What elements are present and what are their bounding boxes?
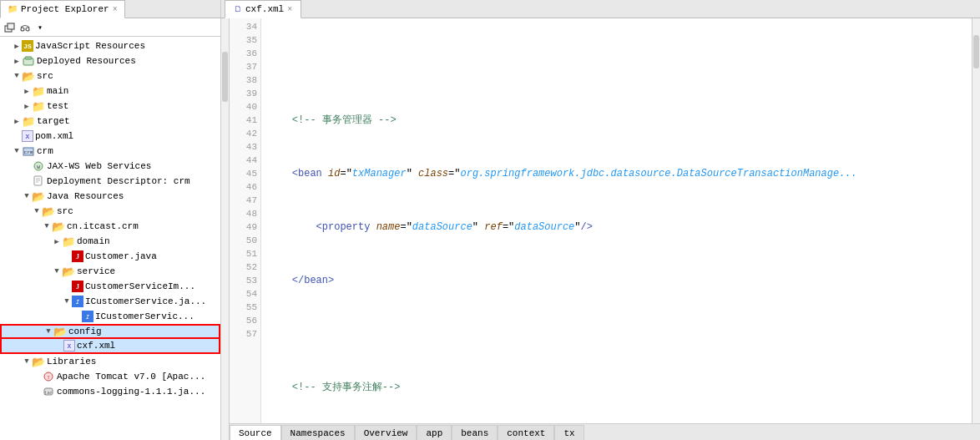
left-panel-scrollbar[interactable] xyxy=(221,18,230,440)
tab-app[interactable]: app xyxy=(417,425,452,440)
deployment-desc-icon xyxy=(32,175,45,187)
toggle-js-resources[interactable]: ▶ xyxy=(12,42,22,51)
tree-item-domain[interactable]: ▶ 📁 domain xyxy=(0,234,220,249)
toggle-main[interactable]: ▶ xyxy=(22,87,32,96)
tree-item-deployment-desc[interactable]: ▶ Deployment Descriptor: crm xyxy=(0,174,220,189)
target-label: target xyxy=(37,116,70,126)
toggle-src[interactable]: ▼ xyxy=(12,72,22,80)
tree-item-icustomer-svc[interactable]: ▼ I ICustomerService.ja... xyxy=(0,294,220,309)
toggle-src2[interactable]: ▼ xyxy=(32,207,42,215)
xml-icon: 🗋 xyxy=(234,4,242,14)
tree-item-commons-logging[interactable]: ▶ jar commons-logging-1.1.1.ja... xyxy=(0,384,220,399)
deployed-resources-label: Deployed Resources xyxy=(37,56,136,66)
tree-item-crm[interactable]: ▼ crm crm xyxy=(0,144,220,159)
project-explorer-close[interactable]: × xyxy=(113,5,118,14)
src-label: src xyxy=(37,71,53,81)
project-explorer-panel: ▾ ▶ JS JavaScript Resources ▶ xyxy=(0,18,221,440)
editor-scrollbar[interactable] xyxy=(972,18,980,423)
service-label: service xyxy=(77,266,115,276)
js-resources-icon: JS xyxy=(22,40,33,52)
src-icon: 📂 xyxy=(22,70,35,82)
libraries-icon: 📂 xyxy=(32,356,45,367)
svg-point-3 xyxy=(26,28,29,31)
svg-point-2 xyxy=(21,28,24,31)
icustomer-svc-icon: I xyxy=(72,296,83,307)
pom-xml-label: pom.xml xyxy=(35,131,73,141)
tree-item-cn-itcast-crm[interactable]: ▼ 📂 cn.itcast.crm xyxy=(0,219,220,234)
tab-namespaces[interactable]: Namespaces xyxy=(281,425,355,440)
tab-beans[interactable]: beans xyxy=(452,425,498,440)
code-line-38: </bean> xyxy=(268,274,965,287)
toggle-target[interactable]: ▶ xyxy=(12,117,22,126)
collapse-all-btn[interactable] xyxy=(3,21,17,34)
tree-item-libraries[interactable]: ▼ 📂 Libraries xyxy=(0,354,220,369)
src2-label: src xyxy=(57,206,73,216)
tree-item-pom-xml[interactable]: ▶ X pom.xml xyxy=(0,129,220,144)
toggle-cn-itcast[interactable]: ▼ xyxy=(42,222,52,230)
commons-logging-icon: jar xyxy=(42,386,55,397)
tree-item-src[interactable]: ▼ 📂 src xyxy=(0,68,220,83)
tab-source[interactable]: Source xyxy=(230,425,281,440)
tree-item-config[interactable]: ▼ 📂 config xyxy=(0,324,220,339)
domain-icon: 📁 xyxy=(62,235,75,247)
project-explorer-tab[interactable]: 📁 Project Explorer × xyxy=(0,0,125,18)
toggle-test[interactable]: ▶ xyxy=(22,102,32,111)
link-editor-btn[interactable] xyxy=(18,21,32,34)
toggle-domain[interactable]: ▶ xyxy=(52,237,62,246)
scrollbar-thumb[interactable] xyxy=(973,35,979,68)
tree-item-js-resources[interactable]: ▶ JS JavaScript Resources xyxy=(0,38,220,53)
tree-item-customer-java[interactable]: ▶ J Customer.java xyxy=(0,249,220,264)
toggle-crm[interactable]: ▼ xyxy=(12,147,22,155)
jaxws-label: JAX-WS Web Services xyxy=(47,161,151,171)
tree-item-src2[interactable]: ▼ 📂 src xyxy=(0,204,220,219)
toggle-icustomer-svc[interactable]: ▼ xyxy=(62,297,72,306)
customer-java-label: Customer.java xyxy=(85,251,157,261)
js-resources-label: JavaScript Resources xyxy=(35,41,145,51)
view-menu-btn[interactable]: ▾ xyxy=(33,21,47,34)
tree-item-service[interactable]: ▼ 📂 service xyxy=(0,264,220,279)
tree-item-deployed-resources[interactable]: ▶ Deployed Resources xyxy=(0,53,220,68)
tree-item-customer-impl[interactable]: ▶ J CustomerServiceIm... xyxy=(0,279,220,294)
tree-item-jax-ws[interactable]: ▶ W JAX-WS Web Services xyxy=(0,159,220,174)
cxf-xml-label: cxf.xml xyxy=(77,341,115,351)
test-icon: 📁 xyxy=(32,100,45,112)
editor-tab-close[interactable]: × xyxy=(287,5,292,14)
toggle-libraries[interactable]: ▼ xyxy=(22,357,32,366)
svg-text:T: T xyxy=(47,375,50,381)
java-resources-icon: 📂 xyxy=(32,190,45,202)
toggle-java-resources[interactable]: ▼ xyxy=(22,192,32,200)
tab-tx[interactable]: tx xyxy=(554,425,583,440)
svg-rect-5 xyxy=(25,57,32,59)
toggle-deployed-resources[interactable]: ▶ xyxy=(12,57,22,66)
tab-context[interactable]: context xyxy=(498,425,554,440)
tab-overview[interactable]: Overview xyxy=(355,425,417,440)
cn-itcast-label: cn.itcast.crm xyxy=(67,221,139,231)
code-line-34 xyxy=(268,60,965,73)
config-icon: 📂 xyxy=(53,326,67,337)
code-line-35: <!-- 事务管理器 --> xyxy=(268,114,965,127)
tree-item-tomcat[interactable]: ▶ T Apache Tomcat v7.0 [Apac... xyxy=(0,369,220,384)
libraries-label: Libraries xyxy=(47,357,96,367)
customer-impl-icon: J xyxy=(72,281,83,292)
editor-panel: 3435363738 3940414243 4445464748 4950515… xyxy=(230,18,980,440)
tree-item-target[interactable]: ▶ 📁 target xyxy=(0,114,220,129)
commons-logging-label: commons-logging-1.1.1.ja... xyxy=(57,387,205,397)
cxf-xml-tab[interactable]: 🗋 cxf.xml × xyxy=(225,0,301,18)
tree-item-java-resources[interactable]: ▼ 📂 Java Resources xyxy=(0,189,220,204)
customer-java-icon: J xyxy=(72,250,83,262)
icustomer-svc-label: ICustomerService.ja... xyxy=(85,296,206,306)
left-scrollbar-thumb[interactable] xyxy=(222,52,228,102)
code-editor[interactable]: <!-- 事务管理器 --> <bean id="txManager" clas… xyxy=(261,18,972,423)
tree-item-test[interactable]: ▶ 📁 test xyxy=(0,99,220,114)
tree-item-cxf-xml[interactable]: ▶ X cxf.xml xyxy=(0,339,220,354)
bottom-tabs: Source Namespaces Overview app beans con… xyxy=(230,423,980,440)
tree-item-icustomer-svc2[interactable]: ▶ I ICustomerServic... xyxy=(0,309,220,324)
pom-xml-icon: X xyxy=(22,130,33,142)
test-label: test xyxy=(47,101,68,111)
svg-text:crm: crm xyxy=(24,149,33,155)
toggle-config[interactable]: ▼ xyxy=(43,327,53,336)
icustomer-svc2-icon: I xyxy=(82,311,93,322)
target-icon: 📁 xyxy=(22,115,35,127)
tree-item-main[interactable]: ▶ 📁 main xyxy=(0,83,220,99)
toggle-service[interactable]: ▼ xyxy=(52,267,62,276)
